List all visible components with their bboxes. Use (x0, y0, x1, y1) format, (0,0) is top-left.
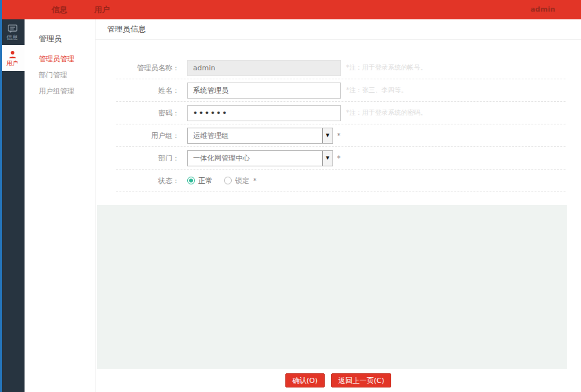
required-asterisk: * (253, 177, 257, 185)
page-title: 管理员信息 (107, 24, 146, 35)
status-radio-normal[interactable]: 正常 (187, 176, 212, 186)
user-group-select[interactable]: 运维管理组 ▼ (187, 128, 333, 144)
field-label: 状态： (116, 176, 187, 186)
selected-value: 一体化网管理中心 (188, 153, 322, 163)
sidebar-item-label: 信息 (6, 35, 18, 41)
field-hint: *注：用于登录系统的帐号。 (346, 63, 427, 72)
radio-label: 正常 (198, 176, 212, 186)
topbar: 信息 用户 admin (0, 0, 581, 19)
real-name-field[interactable] (187, 83, 341, 99)
sidebar-item-user[interactable]: 用户 (0, 45, 25, 71)
status-radio-group: 正常 锁定 (187, 176, 249, 186)
department-select[interactable]: 一体化网管理中心 ▼ (187, 150, 333, 166)
menu-item-admin-management[interactable]: 管理员管理 (25, 51, 95, 67)
chevron-down-icon[interactable]: ▼ (322, 128, 332, 143)
field-label: 管理员名称： (116, 63, 187, 73)
menu-item-usergroup-management[interactable]: 用户组管理 (25, 83, 95, 99)
icon-sidebar: 信息 用户 (0, 19, 25, 392)
sidebar-item-info[interactable]: 信息 (0, 19, 25, 45)
form-row-password: 密码： *注：用于登录系统的密码。 (116, 102, 566, 124)
required-asterisk: * (337, 154, 341, 162)
admin-info-form: 管理员名称： *注：用于登录系统的帐号。 姓名： *注：张三、李四等。 密码： … (96, 40, 581, 192)
form-row-user-group: 用户组： 运维管理组 ▼ * (116, 124, 566, 147)
top-nav: 信息 用户 (52, 5, 110, 15)
status-radio-locked[interactable]: 锁定 (224, 176, 249, 186)
form-row-real-name: 姓名： *注：张三、李四等。 (116, 79, 566, 102)
field-label: 密码： (116, 108, 187, 118)
content-background (97, 205, 567, 369)
top-nav-item-user[interactable]: 用户 (94, 5, 110, 15)
chevron-down-icon[interactable]: ▼ (322, 151, 332, 166)
top-nav-item-info[interactable]: 信息 (52, 5, 67, 15)
field-label: 用户组： (116, 131, 187, 141)
field-label: 部门： (116, 153, 187, 163)
confirm-button[interactable]: 确认(O) (285, 373, 325, 387)
menu-section-admin[interactable]: 管理员 (25, 31, 95, 51)
form-row-status: 状态： 正常 锁定 * (116, 170, 566, 192)
field-hint: *注：张三、李四等。 (346, 86, 407, 95)
form-footer: 确认(O) 返回上一页(C) (96, 369, 581, 392)
field-label: 姓名： (116, 86, 187, 95)
sidebar-item-label: 用户 (6, 61, 18, 66)
form-row-admin-name: 管理员名称： *注：用于登录系统的帐号。 (116, 57, 566, 79)
required-asterisk: * (337, 132, 341, 140)
back-button[interactable]: 返回上一页(C) (331, 373, 391, 387)
radio-icon (224, 177, 232, 184)
selected-value: 运维管理组 (188, 131, 322, 141)
radio-label: 锁定 (235, 176, 249, 186)
message-icon (8, 24, 17, 34)
radio-icon (187, 177, 195, 184)
field-hint: *注：用于登录系统的密码。 (346, 108, 427, 117)
content-header: 管理员信息 (96, 19, 581, 40)
admin-name-field[interactable] (187, 60, 341, 76)
form-row-department: 部门： 一体化网管理中心 ▼ * (116, 147, 566, 170)
main-content: 管理员信息 管理员名称： *注：用于登录系统的帐号。 姓名： *注：张三、李四等… (96, 19, 581, 392)
secondary-menu: 管理员 管理员管理 部门管理 用户组管理 (25, 19, 96, 392)
current-user[interactable]: admin (531, 5, 555, 14)
password-field[interactable] (187, 105, 341, 121)
menu-item-department-management[interactable]: 部门管理 (25, 67, 95, 83)
left-edge-accent (0, 0, 2, 392)
user-icon (8, 50, 17, 59)
